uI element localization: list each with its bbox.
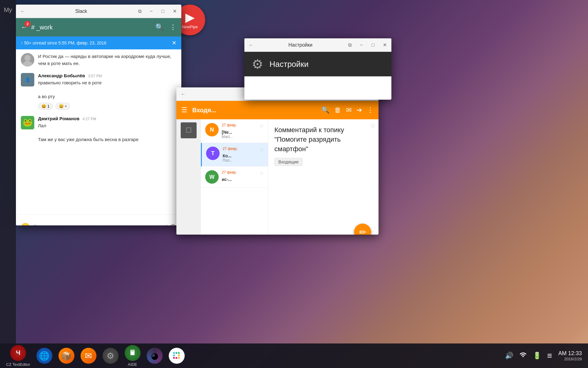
email-delete-icon[interactable]: 🗑: [334, 106, 341, 114]
browser-icon: 🌐: [36, 348, 52, 364]
slack-unread-banner: ↑ 50+ unread since 5:55 PM, февр. 23, 20…: [16, 36, 181, 49]
slack-search-icon[interactable]: 🔍: [155, 23, 164, 31]
slack-message-text: правильно говорить не в ротеа во рту: [38, 79, 176, 100]
desktop: My ▶ NewPipe ← Slack ⧉ − □ ✕ ← 2 # _work: [0, 0, 588, 368]
svg-rect-3: [173, 352, 175, 354]
wifi-icon[interactable]: [519, 351, 527, 360]
slack-input-bar: 🙂 Type a message +⊕: [16, 214, 181, 225]
slack-emoji-button[interactable]: 🙂: [21, 223, 30, 226]
taskbar-app-slack[interactable]: [169, 348, 185, 364]
email-sidebar-icon[interactable]: ☐: [181, 122, 197, 138]
slack-messages-container: И Ростик да — наряды в автопарке на аэро…: [16, 49, 181, 214]
slack-reaction[interactable]: 😆 1: [38, 103, 53, 110]
clock-date: 2016/2/28: [558, 357, 582, 361]
slack-maximize-icon[interactable]: □: [160, 9, 166, 14]
email-content-star-icon[interactable]: ☆: [370, 122, 376, 130]
svg-rect-2: [173, 355, 175, 356]
slack-more-icon[interactable]: ⋮: [170, 23, 176, 31]
slack-header-icons: 🔍 ⋮: [155, 23, 176, 31]
volume-icon[interactable]: 🔊: [505, 352, 513, 360]
slack-titlebar: ← Slack ⧉ − □ ✕: [16, 5, 181, 18]
email-avatar: N: [205, 123, 219, 136]
email-more-icon[interactable]: ⋮: [367, 106, 374, 114]
email-list-item[interactable]: T 27 февр. ☆ Ко... Пол...: [201, 143, 268, 167]
settings-gear-icon: ⚙: [252, 57, 263, 72]
taskbar-app-lens[interactable]: ◕: [147, 348, 163, 364]
email-star-icon[interactable]: ☆: [259, 170, 264, 176]
slack-banner-close-icon[interactable]: ✕: [172, 40, 176, 46]
email-avatar: T: [206, 147, 220, 160]
battery-icon[interactable]: 🔋: [533, 352, 541, 360]
svg-rect-7: [178, 357, 180, 359]
email-list-item[interactable]: N 27 февр. ☆ [Ne... Масt...: [201, 119, 268, 143]
settings-app-header: ⚙ Настройки: [244, 52, 391, 76]
email-avatar: W: [205, 170, 219, 184]
taskbar-apps: Ч CZ TextEditor 🌐 📦 ✉ ⚙ 🖩 AIDE ◕: [6, 345, 505, 367]
slack-minimize-icon[interactable]: −: [148, 9, 154, 14]
email-menu-icon[interactable]: ☰: [181, 106, 187, 114]
slack-back-button[interactable]: ← 2: [21, 23, 28, 31]
email-back-icon[interactable]: ←: [180, 91, 186, 97]
slack-app-header: ← 2 # _work 🔍 ⋮: [16, 18, 181, 36]
menu-icon[interactable]: ≡: [547, 351, 552, 361]
aide-icon: 🖩: [125, 345, 141, 361]
slack-unread-badge: 2: [24, 21, 31, 27]
window-back-icon[interactable]: ←: [20, 9, 26, 14]
email-move-icon[interactable]: ➔: [356, 106, 362, 114]
avatar: 🐸: [21, 116, 34, 129]
slack-reaction-add[interactable]: 😄+: [55, 103, 70, 110]
settings-minimize-icon[interactable]: −: [358, 42, 364, 48]
slack-restore-icon[interactable]: ⧉: [137, 9, 143, 14]
slack-add-button[interactable]: +⊕: [164, 222, 176, 225]
svg-rect-5: [178, 352, 180, 354]
email-item-from: [Ne...: [222, 130, 264, 135]
taskbar-clock: AM 12:33 2016/2/28: [558, 350, 582, 361]
settings-restore-icon[interactable]: ⧉: [347, 42, 353, 48]
left-strip-item[interactable]: My: [1, 3, 15, 17]
email-star-icon[interactable]: ☆: [259, 147, 264, 152]
settings-icon: ⚙: [103, 348, 119, 364]
email-item-header: 27 февр. ☆: [223, 147, 264, 152]
settings-close-icon[interactable]: ✕: [382, 42, 388, 48]
email-content-title: Комментарий к топику "Помогите разрядить…: [274, 125, 372, 154]
svg-rect-9: [173, 357, 175, 359]
slack-message-input[interactable]: Type a message: [34, 224, 161, 226]
email-content-badge: Входящие: [274, 158, 303, 166]
slack-close-icon[interactable]: ✕: [172, 8, 178, 14]
email-fab-compose[interactable]: ✏: [354, 224, 371, 235]
svg-rect-4: [175, 352, 177, 354]
lens-icon: ◕: [147, 348, 163, 364]
taskbar-app-mail[interactable]: ✉: [81, 348, 96, 364]
taskbar-app-archive[interactable]: 📦: [58, 348, 74, 364]
slack-username: Александр Бобылёв: [38, 73, 85, 78]
slack-window-title: Slack: [26, 9, 137, 14]
settings-maximize-icon[interactable]: □: [370, 42, 376, 48]
email-star-icon[interactable]: ☆: [259, 123, 264, 129]
taskbar-app-cztexteditor[interactable]: Ч CZ TextEditor: [6, 345, 30, 367]
email-item-date: 27 февр.: [222, 123, 237, 129]
email-compose-icon[interactable]: ✉: [346, 106, 352, 114]
slack-message-time: 3:57 PM: [88, 74, 102, 78]
taskbar-app-aide[interactable]: 🖩 AIDE: [125, 345, 141, 367]
email-list-item[interactable]: W 27 февр. ☆ ис-...: [201, 167, 268, 188]
clock-time: AM 12:33: [558, 350, 582, 357]
settings-header-title: Настройки: [270, 59, 309, 69]
email-search-icon[interactable]: 🔍: [321, 106, 330, 114]
settings-back-icon[interactable]: ←: [248, 42, 254, 48]
mail-icon: ✉: [81, 348, 96, 364]
slack-message: И Ростик да — наряды в автопарке на аэро…: [21, 53, 176, 67]
slack-message-header: Александр Бобылёв 3:57 PM: [38, 73, 176, 78]
taskbar-app-browser[interactable]: 🌐: [36, 348, 52, 364]
slack-message-time: 4:27 PM: [82, 117, 96, 121]
email-item-info: 27 февр. ☆ [Ne... Масt...: [222, 123, 264, 139]
slack-message-header: Дмитрий Романов 4:27 PM: [38, 116, 176, 121]
email-sidebar-mini: ☐: [176, 119, 201, 235]
taskbar-right: 🔊 🔋 ≡ AM 12:33 2016/2/28: [505, 350, 582, 361]
email-fab-icon: ✏: [359, 227, 366, 235]
email-item-date: 27 февр.: [223, 147, 238, 152]
svg-point-1: [23, 61, 32, 67]
email-item-info: 27 февр. ☆ ис-...: [222, 170, 264, 182]
slack-message: 🐸 Дмитрий Романов 4:27 PM ЛалТам же у ва…: [21, 116, 176, 143]
slack-icon: [169, 348, 185, 364]
taskbar-app-settings[interactable]: ⚙: [103, 348, 119, 364]
